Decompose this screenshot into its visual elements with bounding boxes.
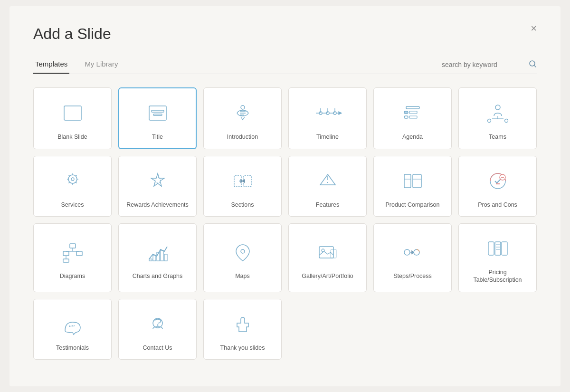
card-label: Sections — [231, 201, 254, 209]
tab-templates[interactable]: Templates — [33, 56, 69, 74]
pros-cons-icon — [484, 167, 512, 195]
svg-rect-78 — [495, 242, 501, 255]
svg-line-1 — [534, 65, 536, 67]
svg-rect-15 — [406, 106, 419, 109]
svg-rect-18 — [404, 116, 408, 118]
svg-rect-77 — [488, 242, 494, 255]
card-features[interactable]: Features — [288, 156, 367, 217]
tabs-row: Templates My Library — [33, 56, 537, 74]
services-icon — [58, 167, 87, 195]
card-diagrams[interactable]: Diagrams — [33, 223, 112, 292]
card-agenda[interactable]: Agenda — [373, 87, 452, 149]
diagrams-icon — [58, 238, 87, 267]
card-label: Agenda — [402, 133, 423, 141]
svg-rect-67 — [161, 250, 163, 261]
svg-rect-79 — [502, 242, 507, 255]
pricing-icon — [484, 234, 512, 263]
svg-rect-56 — [70, 244, 76, 248]
card-label: Gallery/Art/Portfolio — [302, 272, 353, 280]
card-label: Steps/Process — [393, 272, 432, 280]
card-contact-us[interactable]: Contact Us — [118, 299, 197, 360]
agenda-icon — [399, 99, 427, 127]
card-introduction[interactable]: Introduction — [203, 87, 282, 149]
card-maps[interactable]: Maps — [203, 223, 282, 292]
card-testimonials[interactable]: “” Testimonials — [33, 299, 112, 360]
templates-grid: Blank Slide Title Introduction Timeline … — [33, 87, 537, 360]
card-product-comparison[interactable]: Product Comparison — [373, 156, 452, 217]
gallery-icon — [314, 238, 342, 267]
card-label: Features — [316, 201, 339, 209]
card-sections[interactable]: Sections — [203, 156, 282, 217]
card-label: Timeline — [316, 133, 339, 141]
card-teams[interactable]: Teams — [458, 87, 537, 149]
card-thank-you[interactable]: Thank you slides — [203, 299, 282, 360]
modal-title: Add a Slide — [33, 25, 537, 43]
svg-rect-19 — [409, 116, 417, 118]
features-icon — [314, 167, 342, 195]
card-blank-slide[interactable]: Blank Slide — [33, 87, 112, 149]
svg-marker-14 — [339, 112, 342, 115]
svg-point-20 — [495, 105, 500, 110]
card-gallery[interactable]: Gallery/Art/Portfolio — [288, 223, 367, 292]
svg-rect-63 — [63, 259, 69, 262]
sections-icon — [228, 167, 257, 195]
contact-icon — [143, 310, 172, 338]
card-services[interactable]: Services — [33, 156, 112, 217]
card-rewards-achievements[interactable]: Rewards Achievements — [118, 156, 197, 217]
card-charts-and-graphs[interactable]: Charts and Graphs — [118, 223, 197, 292]
card-label: Charts and Graphs — [133, 272, 183, 280]
svg-rect-70 — [319, 247, 333, 258]
svg-line-31 — [68, 175, 69, 176]
introduction-icon — [228, 99, 257, 127]
search-icon — [529, 60, 537, 70]
svg-rect-46 — [404, 174, 411, 188]
steps-icon — [399, 238, 427, 267]
svg-point-35 — [71, 178, 74, 181]
card-label: Contact Us — [143, 344, 172, 352]
close-button[interactable]: × — [531, 23, 537, 34]
maps-icon — [228, 238, 257, 267]
svg-rect-68 — [164, 254, 167, 261]
card-label: Testimonials — [56, 344, 89, 352]
card-label: Pricing Table/Subscription — [464, 268, 532, 284]
teams-icon — [484, 99, 512, 127]
card-label: Pros and Cons — [478, 201, 517, 209]
card-label: Maps — [235, 272, 250, 280]
blank-icon — [58, 99, 87, 127]
add-slide-modal: Add a Slide × Templates My Library Blank… — [10, 6, 560, 386]
svg-point-6 — [241, 105, 245, 109]
svg-rect-61 — [76, 251, 82, 256]
timeline-icon — [314, 99, 342, 127]
tabs-container: Templates My Library — [33, 56, 133, 74]
card-label: Diagrams — [60, 272, 86, 280]
card-pricing[interactable]: Pricing Table/Subscription — [458, 223, 537, 292]
rewards-icon — [143, 167, 172, 195]
svg-marker-43 — [243, 180, 245, 182]
svg-line-32 — [76, 182, 76, 183]
svg-rect-2 — [64, 106, 81, 120]
card-label: Teams — [489, 133, 506, 141]
svg-point-69 — [241, 249, 245, 253]
card-steps-process[interactable]: Steps/Process — [373, 223, 452, 292]
svg-rect-4 — [152, 110, 164, 112]
svg-point-85 — [157, 324, 158, 325]
tab-my-library[interactable]: My Library — [83, 56, 120, 74]
svg-point-26 — [68, 175, 77, 183]
svg-rect-16 — [404, 111, 408, 114]
card-label: Introduction — [227, 133, 258, 141]
card-title[interactable]: Title — [118, 87, 197, 149]
svg-rect-3 — [149, 106, 166, 120]
card-label: Thank you slides — [220, 344, 265, 352]
svg-line-34 — [68, 182, 69, 183]
svg-point-73 — [404, 249, 410, 255]
svg-rect-17 — [409, 111, 417, 114]
search-input[interactable] — [442, 61, 525, 68]
svg-rect-64 — [149, 259, 152, 261]
card-label: Product Comparison — [386, 201, 440, 209]
card-pros-and-cons[interactable]: Pros and Cons — [458, 156, 537, 217]
svg-marker-36 — [151, 173, 164, 186]
svg-rect-5 — [153, 114, 162, 115]
card-timeline[interactable]: Timeline — [288, 87, 367, 149]
product-comparison-icon — [399, 167, 427, 195]
card-label: Rewards Achievements — [126, 201, 189, 209]
